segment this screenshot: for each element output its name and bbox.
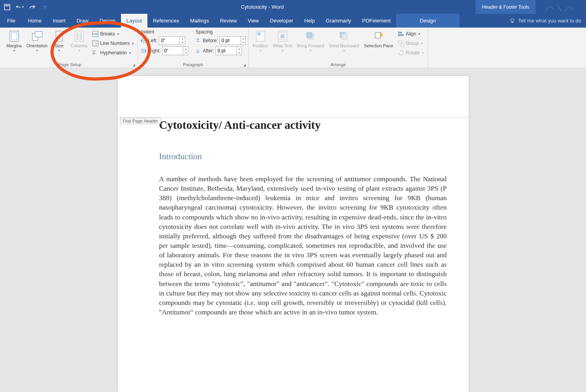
rotate-label: Rotate	[406, 50, 420, 56]
chevron-down-icon: ▾	[260, 49, 261, 52]
dialog-launcher-icon[interactable]: ◢	[132, 63, 135, 67]
send-backward-button[interactable]: Send Backward ▾	[327, 29, 361, 53]
wrap-text-label: Wrap Text	[273, 43, 292, 48]
size-icon	[53, 30, 65, 43]
autosave-icon[interactable]	[3, 3, 11, 11]
spinner-down-icon[interactable]: ▼	[183, 51, 188, 55]
customize-qat-icon[interactable]: ▽	[41, 3, 49, 11]
spinner-up-icon[interactable]: ▲	[237, 47, 242, 51]
columns-icon	[73, 30, 86, 43]
spacing-before-icon	[195, 37, 201, 44]
chevron-down-icon: ▾	[310, 49, 311, 52]
chevron-down-icon: ▾	[421, 42, 423, 45]
hyphenation-button[interactable]: a-bc Hyphenation ▾	[91, 49, 135, 57]
tab-file[interactable]: File	[0, 14, 22, 28]
tab-home[interactable]: Home	[22, 14, 47, 28]
group-arrange: Position ▾ Wrap Text ▾ Bring Forward ▾ S…	[249, 28, 428, 68]
tab-insert[interactable]: Insert	[47, 14, 71, 28]
tab-view[interactable]: View	[242, 14, 264, 28]
document-title[interactable]: Cytotoxicity/ Anti-cancer activity	[159, 119, 447, 132]
group-objects-button[interactable]: Group ▾	[396, 39, 425, 47]
tab-help[interactable]: Help	[299, 14, 320, 28]
size-label: Size	[55, 43, 63, 48]
send-backward-label: Send Backward	[329, 43, 359, 48]
size-button[interactable]: Size ▾	[51, 29, 67, 53]
ribbon-tabs: File Home Insert Draw Design Layout Refe…	[0, 14, 586, 28]
chevron-down-icon: ▾	[422, 51, 424, 55]
svg-point-1	[511, 19, 514, 22]
rotate-button[interactable]: Rotate ▾	[396, 49, 425, 57]
margins-button[interactable]: Margins ▾	[5, 29, 23, 53]
tab-references[interactable]: References	[147, 14, 184, 28]
spacing-before-input[interactable]: ▲▼	[220, 36, 246, 45]
svg-rect-26	[398, 41, 402, 44]
tell-me-search[interactable]: Tell me what you want to do	[505, 14, 586, 28]
breaks-button[interactable]: Breaks ▾	[91, 30, 135, 38]
line-numbers-icon	[92, 40, 99, 46]
bring-forward-button[interactable]: Bring Forward ▾	[295, 29, 326, 53]
orientation-icon	[31, 30, 43, 43]
spacing-after-icon	[195, 48, 201, 54]
chevron-down-icon: ▾	[282, 49, 283, 52]
margins-label: Margins	[6, 43, 22, 48]
hyphenation-label: Hyphenation	[100, 50, 127, 56]
tab-developer[interactable]: Developer	[264, 14, 299, 28]
tab-mailings[interactable]: Mailings	[185, 14, 215, 28]
tab-review[interactable]: Review	[214, 14, 242, 28]
columns-label: Columns	[71, 43, 87, 48]
document-body[interactable]: A number of methods have been employed f…	[159, 174, 447, 317]
tab-draw[interactable]: Draw	[71, 14, 94, 28]
svg-rect-18	[281, 34, 285, 38]
spinner-up-icon[interactable]: ▲	[241, 37, 246, 41]
spinner-down-icon[interactable]: ▼	[241, 41, 246, 45]
orientation-button[interactable]: Orientation ▾	[25, 29, 49, 53]
align-button[interactable]: Align ▾	[396, 30, 425, 38]
position-button[interactable]: Position ▾	[251, 29, 270, 53]
tab-design[interactable]: Design	[94, 14, 121, 28]
tab-hf-design[interactable]: Design	[396, 14, 459, 28]
svg-rect-10	[93, 31, 98, 33]
position-icon	[254, 30, 267, 43]
dialog-launcher-icon[interactable]: ◢	[243, 63, 246, 67]
ribbon: Margins ▾ Orientation ▾ Size ▾ Columns ▾	[0, 28, 586, 68]
redo-button[interactable]	[28, 3, 36, 11]
spinner-down-icon[interactable]: ▼	[237, 51, 242, 55]
svg-rect-27	[401, 43, 404, 46]
wrap-text-button[interactable]: Wrap Text ▾	[271, 29, 294, 53]
group-label-paragraph: Paragraph ◢	[140, 61, 246, 68]
svg-rect-24	[399, 32, 402, 33]
indent-right-input[interactable]: ▲▼	[162, 46, 188, 55]
svg-rect-6	[56, 31, 62, 41]
indent-left-input[interactable]: ▲▼	[159, 36, 185, 45]
position-label: Position	[253, 43, 268, 48]
orientation-label: Orientation	[26, 43, 48, 48]
spinner-down-icon[interactable]: ▼	[180, 41, 185, 45]
page[interactable]: First Page Header Cytotoxicity/ Anti-can…	[118, 76, 469, 392]
document-area[interactable]: First Page Header Cytotoxicity/ Anti-can…	[0, 68, 586, 392]
selection-pane-icon	[372, 30, 385, 43]
document-heading[interactable]: Introduction	[159, 151, 447, 162]
spacing-after-input[interactable]: ▲▼	[216, 46, 242, 55]
header-tag-label: First Page Header	[120, 118, 161, 124]
group-objects-label: Group	[406, 41, 419, 46]
group-label-page-setup: Page Setup ◢	[5, 61, 135, 68]
undo-button[interactable]: ▾	[16, 3, 24, 11]
selection-pane-button[interactable]: Selection Pane	[363, 29, 395, 49]
spinner-up-icon[interactable]: ▲	[180, 37, 185, 41]
bring-forward-icon	[304, 30, 317, 43]
bring-forward-label: Bring Forward	[297, 43, 324, 48]
spacing-after-label: After:	[203, 48, 214, 54]
group-label-arrange: Arrange	[251, 61, 425, 68]
line-numbers-button[interactable]: Line Numbers ▾	[91, 39, 135, 47]
tab-grammarly[interactable]: Grammarly	[320, 14, 357, 28]
indent-header: Indent	[140, 29, 188, 35]
svg-rect-16	[257, 32, 260, 35]
spinner-up-icon[interactable]: ▲	[183, 47, 188, 51]
chevron-down-icon: ▾	[117, 32, 119, 36]
spacing-header: Spacing	[195, 29, 246, 35]
columns-button[interactable]: Columns ▾	[69, 29, 89, 53]
breaks-label: Breaks	[100, 31, 115, 37]
tab-layout[interactable]: Layout	[121, 14, 147, 28]
tab-pdfelement[interactable]: PDFelement	[357, 14, 396, 28]
hyphenation-icon: a-bc	[92, 50, 99, 56]
